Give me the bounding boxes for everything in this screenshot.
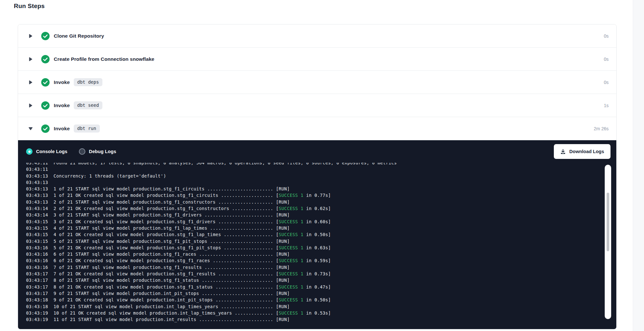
step-duration: 1s	[604, 103, 616, 108]
log-line: 03:43:15 5 of 21 START sql view model pr…	[26, 238, 597, 244]
success-check-icon	[41, 32, 50, 40]
log-scrollbar-thumb[interactable]	[607, 193, 609, 251]
log-line: 03:43:16 7 of 21 START sql view model pr…	[26, 264, 597, 271]
step-title: Create Profile from Connection snowflake	[54, 56, 154, 62]
run-steps-card: Clone Git Repository 0s Create Profile f…	[18, 24, 617, 329]
success-check-icon	[41, 101, 50, 110]
step-duration: 2m 26s	[594, 126, 616, 131]
step-row-dbt-run[interactable]: Invoke dbt run 2m 26s	[18, 117, 616, 140]
console-header: Console Logs Debug Logs Download Logs	[18, 140, 616, 163]
step-title: Invoke	[54, 103, 70, 108]
log-line: 03:43:17 9 of 21 START sql view model pr…	[26, 290, 597, 297]
log-line: 03:43:16 6 of 21 OK created sql view mod…	[26, 257, 597, 264]
caret-right-icon	[28, 80, 33, 85]
step-duration: 0s	[604, 57, 616, 62]
radio-icon	[26, 148, 33, 155]
log-line: 03:43:13 2 of 21 START sql view model pr…	[26, 199, 597, 205]
download-logs-button[interactable]: Download Logs	[554, 144, 611, 159]
log-line: 03:43:17 7 of 21 OK created sql view mod…	[26, 271, 597, 277]
step-row-dbt-seed[interactable]: Invoke dbt seed 1s	[18, 94, 616, 117]
log-line: 03:43:11	[26, 166, 597, 172]
log-line: 03:43:15 4 of 21 START sql view model pr…	[26, 225, 597, 231]
console-log-output: 03:43:11 Found 21 models, 17 tests, 0 sn…	[26, 163, 597, 328]
log-line: 03:43:17 8 of 21 START sql view model pr…	[26, 277, 597, 283]
caret-right-icon	[28, 57, 33, 61]
log-line: 03:43:19 10 of 21 OK created sql view mo…	[26, 310, 597, 316]
log-line: 03:43:13 1 of 21 START sql view model pr…	[26, 186, 597, 192]
success-check-icon	[41, 78, 50, 87]
download-logs-label: Download Logs	[569, 149, 604, 154]
download-icon	[560, 149, 566, 154]
log-line: 03:43:14 3 of 21 START sql view model pr…	[26, 212, 597, 218]
caret-down-icon	[28, 127, 33, 131]
page-title: Run Steps	[14, 3, 45, 10]
step-title: Clone Git Repository	[54, 33, 104, 39]
log-line: 03:43:11 Found 21 models, 17 tests, 0 sn…	[26, 163, 597, 166]
step-duration: 0s	[604, 80, 616, 85]
step-list: Clone Git Repository 0s Create Profile f…	[18, 24, 616, 140]
log-line: 03:43:16 5 of 21 OK created sql view mod…	[26, 244, 597, 251]
step-duration: 0s	[604, 33, 616, 39]
log-line: 03:43:15 4 of 21 OK created sql view mod…	[26, 231, 597, 238]
caret-right-icon	[28, 103, 33, 108]
step-row-dbt-deps[interactable]: Invoke dbt deps 0s	[18, 71, 616, 94]
log-line: 03:43:15 3 of 21 OK created sql view mod…	[26, 218, 597, 225]
radio-label: Console Logs	[36, 149, 67, 154]
log-scrollbar-track[interactable]	[605, 165, 611, 319]
log-line: 03:43:16 6 of 21 START sql view model pr…	[26, 251, 597, 257]
step-command-badge: dbt run	[74, 124, 100, 133]
debug-logs-radio[interactable]: Debug Logs	[79, 148, 116, 155]
log-type-radio-group: Console Logs Debug Logs	[26, 148, 128, 155]
success-check-icon	[41, 124, 50, 133]
log-line: 03:43:18 9 of 21 OK created sql view mod…	[26, 297, 597, 303]
step-command-badge: dbt seed	[74, 101, 102, 109]
console-panel: Console Logs Debug Logs Download Logs 03…	[18, 140, 616, 329]
caret-right-icon	[28, 34, 33, 38]
log-line: 03:43:13 1 of 21 OK created sql view mod…	[26, 192, 597, 198]
console-logs-radio[interactable]: Console Logs	[26, 148, 67, 155]
log-line: 03:43:19 11 of 21 START sql view model p…	[26, 316, 597, 323]
step-command-badge: dbt deps	[74, 78, 102, 86]
radio-label: Debug Logs	[89, 149, 116, 154]
log-line: 03:43:18 10 of 21 START sql view model p…	[26, 303, 597, 310]
success-check-icon	[41, 55, 50, 63]
log-line: 03:43:13	[26, 179, 597, 186]
log-line: 03:43:17 8 of 21 OK created sql view mod…	[26, 284, 597, 290]
radio-icon	[79, 148, 85, 155]
step-title: Invoke	[54, 79, 70, 85]
log-line: 03:43:13 Concurrency: 1 threads (target=…	[26, 173, 597, 179]
page-right-gutter	[633, 0, 644, 331]
step-title: Invoke	[54, 126, 70, 132]
log-line: 03:43:14 2 of 21 OK created sql view mod…	[26, 205, 597, 212]
step-row-create-profile-from-connection-snowflake[interactable]: Create Profile from Connection snowflake…	[18, 48, 616, 71]
step-row-clone-git-repository[interactable]: Clone Git Repository 0s	[18, 24, 616, 48]
